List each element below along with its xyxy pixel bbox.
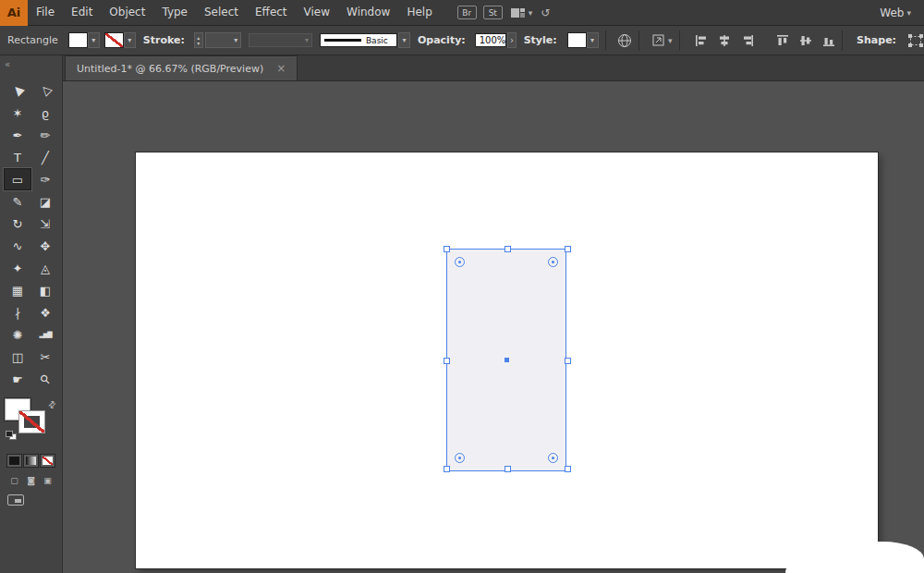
mesh-tool[interactable]: ▦ (4, 279, 31, 301)
eraser-tool[interactable]: ◪ (31, 190, 59, 213)
type-tool[interactable]: T (4, 146, 31, 168)
menu-select[interactable]: Select (196, 0, 247, 25)
default-fill-stroke-icon[interactable] (6, 431, 18, 444)
swap-fill-stroke-icon[interactable]: ⇄ (45, 398, 58, 411)
pen-tool[interactable]: ✒ (4, 124, 31, 146)
selection-tool[interactable]: ▶ (4, 79, 31, 102)
handle-top-right[interactable] (565, 246, 571, 252)
horizontal-align-right-icon[interactable] (741, 34, 754, 47)
draw-inside-mode-icon[interactable]: ▣ (41, 474, 55, 486)
bridge-button[interactable]: Br (457, 6, 477, 19)
direct-selection-tool[interactable]: ▷ (31, 79, 59, 102)
gradient-tool[interactable]: ◧ (31, 279, 59, 301)
free-transform-tool[interactable]: ✥ (31, 235, 59, 257)
stroke-color-dropdown[interactable]: ▾ (105, 32, 136, 48)
zoom-tool[interactable]: ⚲ (31, 368, 59, 390)
rotate-tool[interactable]: ↻ (4, 213, 31, 235)
shape-center-anchor[interactable] (505, 358, 509, 362)
document-tab[interactable]: Untitled-1* @ 66.67% (RGB/Preview) × (65, 55, 298, 80)
menu-edit[interactable]: Edit (63, 0, 101, 25)
vertical-align-bottom-icon[interactable] (822, 34, 835, 47)
workspace-switcher[interactable]: Web ▾ (880, 6, 911, 19)
vertical-align-top-icon[interactable] (776, 34, 789, 47)
transform-menu-chevron-icon[interactable]: ▾ (668, 36, 673, 45)
blend-tool[interactable]: ❖ (31, 301, 59, 323)
handle-bottom-right[interactable] (565, 466, 571, 472)
opacity-more-button[interactable]: › (507, 32, 516, 48)
recolor-artwork-icon[interactable] (617, 33, 632, 48)
menu-effect[interactable]: Effect (247, 0, 296, 25)
arrange-documents-icon[interactable] (511, 7, 526, 18)
touch-workspace-icon[interactable]: ↺ (541, 6, 550, 19)
slice-tool[interactable]: ✂ (31, 346, 59, 368)
free-transform-tool-icon: ✥ (41, 240, 51, 252)
eyedropper-tool[interactable]: ∤ (4, 301, 31, 323)
draw-normal-mode-icon[interactable]: ▢ (7, 474, 21, 486)
stroke-weight-select[interactable]: ▾ (205, 32, 241, 48)
fill-color-dropdown[interactable]: ▾ (69, 32, 100, 48)
handle-top-left[interactable] (444, 246, 450, 252)
handle-top-center[interactable] (505, 246, 511, 252)
stroke-weight-stepper[interactable]: ▴ ▾ (194, 32, 203, 48)
transform-menu-icon[interactable] (651, 33, 665, 47)
stroke-chevron-icon[interactable]: ▾ (124, 32, 136, 48)
menu-view[interactable]: View (296, 0, 338, 25)
opacity-input[interactable]: 100% (475, 33, 507, 47)
tab-close-icon[interactable]: × (276, 62, 286, 75)
artboard-tool[interactable]: ◫ (4, 346, 31, 368)
scale-tool[interactable]: ⇲ (31, 213, 59, 235)
corner-widget-top-right[interactable] (548, 257, 558, 267)
stroke-none-swatch[interactable] (19, 411, 44, 433)
handle-middle-left[interactable] (444, 358, 450, 364)
corner-widget-bottom-right[interactable] (548, 453, 558, 463)
fill-chevron-icon[interactable]: ▾ (88, 32, 100, 48)
paintbrush-tool[interactable]: ✑ (31, 168, 59, 190)
shape-properties-icon[interactable] (907, 34, 924, 47)
handle-bottom-left[interactable] (444, 466, 450, 472)
brush-chevron-icon[interactable]: ▾ (398, 32, 410, 48)
arrange-documents-chevron-icon[interactable]: ▾ (529, 8, 533, 18)
gradient-button[interactable] (24, 455, 38, 467)
none-button[interactable] (41, 455, 55, 467)
style-swatch[interactable] (568, 33, 586, 47)
brush-preview[interactable]: Basic (320, 33, 397, 47)
style-dropdown[interactable]: ▾ (568, 32, 599, 48)
curvature-tool[interactable]: ✏ (31, 124, 59, 146)
rectangle-tool[interactable]: ▭ (4, 168, 31, 190)
width-profile-select[interactable]: ▾ (249, 33, 312, 47)
column-graph-tool[interactable]: ▂▅▇ (31, 323, 59, 346)
corner-widget-bottom-left[interactable] (455, 453, 465, 463)
menu-type[interactable]: Type (153, 0, 196, 25)
perspective-grid-tool[interactable]: ◬ (31, 257, 59, 279)
hand-tool[interactable]: ☛ (4, 368, 31, 390)
menu-file[interactable]: File (28, 0, 63, 25)
line-segment-tool-icon: ╱ (42, 152, 49, 164)
stroke-color-swatch[interactable] (105, 33, 123, 47)
symbol-sprayer-tool[interactable]: ✺ (4, 323, 31, 346)
horizontal-align-left-icon[interactable] (695, 34, 708, 47)
corner-widget-top-left[interactable] (455, 257, 465, 267)
pencil-tool[interactable]: ✎ (4, 190, 31, 213)
width-tool[interactable]: ∿ (4, 235, 31, 257)
fill-color-swatch[interactable] (69, 33, 87, 47)
shape-builder-tool[interactable]: ✦ (4, 257, 31, 279)
magic-wand-tool[interactable]: ✶ (4, 102, 31, 124)
stepper-down-icon[interactable]: ▾ (197, 41, 200, 46)
color-button[interactable] (7, 455, 21, 467)
line-segment-tool[interactable]: ╱ (31, 146, 59, 168)
style-chevron-icon[interactable]: ▾ (587, 32, 599, 48)
draw-behind-mode-icon[interactable]: ◙ (24, 474, 38, 486)
menu-object[interactable]: Object (101, 0, 153, 25)
collapse-panel-button[interactable]: « (0, 55, 62, 79)
handle-bottom-center[interactable] (505, 466, 511, 472)
menu-help[interactable]: Help (398, 0, 440, 25)
canvas-area[interactable] (63, 81, 924, 573)
menu-window[interactable]: Window (338, 0, 398, 25)
horizontal-align-center-icon[interactable] (718, 34, 731, 47)
stock-button[interactable]: St (483, 6, 503, 19)
vertical-align-center-icon[interactable] (799, 34, 812, 47)
lasso-tool[interactable]: ϱ (31, 102, 59, 124)
brush-definition-dropdown[interactable]: Basic ▾ (320, 32, 410, 48)
change-screen-mode-icon[interactable] (7, 494, 24, 506)
handle-middle-right[interactable] (565, 358, 571, 364)
